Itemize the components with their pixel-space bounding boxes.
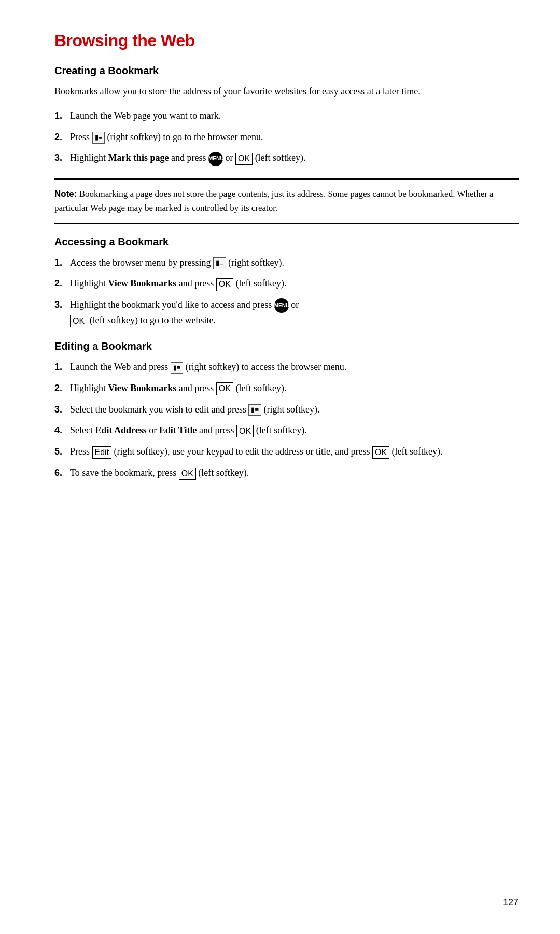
bold-text: Edit Title — [159, 425, 197, 435]
menu-ok-icon: MENUOK — [274, 298, 289, 313]
accessing-bookmark-heading: Accessing a Bookmark — [54, 236, 519, 248]
right-softkey-icon: ▮≡ — [171, 362, 184, 374]
bold-text: Edit Address — [95, 425, 146, 435]
ok-key: OK — [216, 278, 233, 291]
step-text: Launch the Web page you want to mark. — [70, 108, 519, 123]
step-text: Highlight View Bookmarks and press OK (l… — [70, 276, 519, 291]
step-number: 1. — [54, 108, 70, 123]
ok-key: OK — [70, 315, 87, 327]
step-item: 4. Select Edit Address or Edit Title and… — [54, 423, 519, 438]
editing-bookmark-steps: 1. Launch the Web and press ▮≡ (right so… — [54, 360, 519, 480]
step-text: Select the bookmark you wish to edit and… — [70, 402, 519, 417]
editing-bookmark-heading: Editing a Bookmark — [54, 340, 519, 352]
edit-key: Edit — [92, 446, 112, 459]
creating-bookmark-heading: Creating a Bookmark — [54, 65, 519, 77]
step-item: 3. Highlight Mark this page and press ME… — [54, 150, 519, 166]
step-text: Highlight the bookmark you'd like to acc… — [70, 297, 519, 328]
step-item: 5. Press Edit (right softkey), use your … — [54, 444, 519, 459]
step-number: 3. — [54, 150, 70, 166]
step-text: To save the bookmark, press OK (left sof… — [70, 465, 519, 480]
menu-ok-icon: MENUOK — [208, 152, 223, 166]
step-text: Highlight View Bookmarks and press OK (l… — [70, 381, 519, 396]
step-text: Highlight Mark this page and press MENUO… — [70, 150, 519, 166]
ok-key: OK — [216, 382, 233, 395]
step-text: Access the browser menu by pressing ▮≡ (… — [70, 255, 519, 270]
bold-text: View Bookmarks — [108, 278, 177, 289]
step-item: 2. Press ▮≡ (right softkey) to go to the… — [54, 130, 519, 145]
step-item: 6. To save the bookmark, press OK (left … — [54, 465, 519, 480]
page-number: 127 — [503, 897, 519, 908]
step-text: Press Edit (right softkey), use your key… — [70, 444, 519, 459]
step-number: 2. — [54, 381, 70, 396]
right-softkey-icon: ▮≡ — [92, 132, 105, 143]
step-number: 2. — [54, 276, 70, 291]
step-number: 6. — [54, 465, 70, 480]
step-text: Launch the Web and press ▮≡ (right softk… — [70, 360, 519, 375]
step-item: 3. Highlight the bookmark you'd like to … — [54, 297, 519, 328]
step-text: Press ▮≡ (right softkey) to go to the br… — [70, 130, 519, 145]
editing-bookmark-section: Editing a Bookmark 1. Launch the Web and… — [54, 340, 519, 480]
note-block: Note: Bookmarking a page does not store … — [54, 178, 519, 223]
creating-bookmark-intro: Bookmarks allow you to store the address… — [54, 84, 519, 99]
step-number: 3. — [54, 297, 70, 312]
right-softkey-icon: ▮≡ — [213, 257, 226, 269]
note-label: Note: — [54, 189, 77, 199]
accessing-bookmark-section: Accessing a Bookmark 1. Access the brows… — [54, 236, 519, 328]
step-item: 2. Highlight View Bookmarks and press OK… — [54, 381, 519, 396]
ok-key: OK — [372, 446, 389, 459]
step-item: 3. Select the bookmark you wish to edit … — [54, 402, 519, 417]
creating-bookmark-steps: 1. Launch the Web page you want to mark.… — [54, 108, 519, 166]
note-text: Bookmarking a page does not store the pa… — [54, 189, 494, 213]
bold-text: Mark this page — [108, 153, 169, 163]
step-item: 2. Highlight View Bookmarks and press OK… — [54, 276, 519, 291]
accessing-bookmark-steps: 1. Access the browser menu by pressing ▮… — [54, 255, 519, 328]
step-number: 3. — [54, 402, 70, 417]
page-title: Browsing the Web — [54, 31, 519, 50]
step-number: 1. — [54, 360, 70, 375]
step-number: 1. — [54, 255, 70, 270]
step-item: 1. Access the browser menu by pressing ▮… — [54, 255, 519, 270]
step-item: 1. Launch the Web and press ▮≡ (right so… — [54, 360, 519, 375]
bold-text: View Bookmarks — [108, 383, 177, 393]
step-item: 1. Launch the Web page you want to mark. — [54, 108, 519, 123]
step-number: 2. — [54, 130, 70, 145]
ok-key: OK — [179, 468, 196, 480]
creating-bookmark-section: Creating a Bookmark Bookmarks allow you … — [54, 65, 519, 166]
ok-key: OK — [235, 153, 253, 165]
right-softkey-icon: ▮≡ — [248, 404, 261, 416]
step-number: 4. — [54, 423, 70, 438]
ok-key: OK — [236, 425, 254, 437]
step-number: 5. — [54, 444, 70, 459]
step-text: Select Edit Address or Edit Title and pr… — [70, 423, 519, 438]
